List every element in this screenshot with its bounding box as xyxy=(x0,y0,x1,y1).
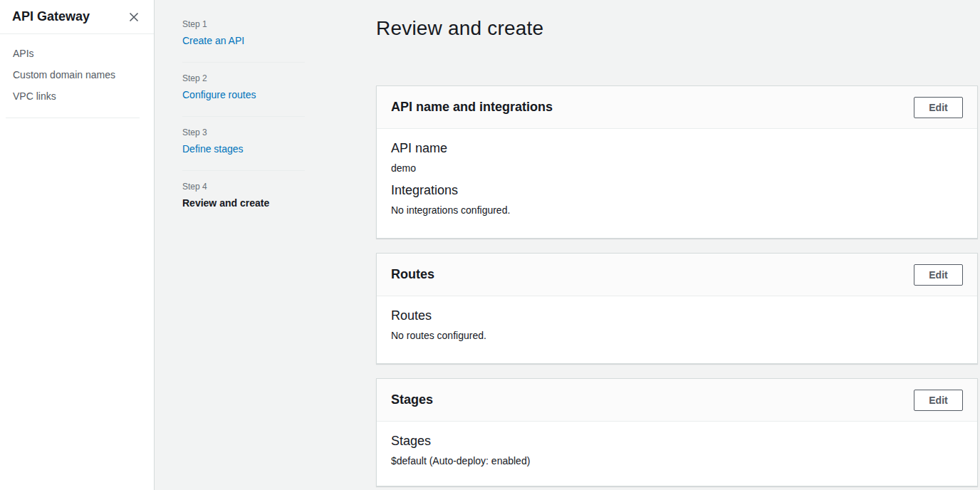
section-header: Routes Edit xyxy=(377,254,977,296)
section-api-name-and-integrations: API name and integrations Edit API name … xyxy=(376,85,978,239)
step-link-configure-routes[interactable]: Configure routes xyxy=(182,89,256,100)
field-value-stages: $default (Auto-deploy: enabled) xyxy=(391,455,963,466)
wizard-steps-nav: Step 1 Create an API Step 2 Configure ro… xyxy=(182,19,305,224)
section-title: Stages xyxy=(391,392,433,407)
field-label-integrations: Integrations xyxy=(391,183,963,198)
step-current-review-and-create: Review and create xyxy=(182,197,269,209)
step-link-define-stages[interactable]: Define stages xyxy=(182,143,244,155)
wizard-step-3: Step 3 Define stages xyxy=(182,117,305,171)
field-value-integrations: No integrations configured. xyxy=(391,204,963,216)
section-body: API name demo Integrations No integratio… xyxy=(377,129,977,228)
sidebar-item-vpc-links[interactable]: VPC links xyxy=(0,85,154,107)
sidebar-header: API Gateway xyxy=(0,0,154,34)
section-title: API name and integrations xyxy=(391,100,553,115)
section-body: Routes No routes configured. xyxy=(377,296,977,353)
api-gateway-create-wizard-page: API Gateway APIs Custom domain names VPC… xyxy=(0,0,980,490)
step-number: Step 4 xyxy=(182,182,305,192)
section-header: Stages Edit xyxy=(377,379,977,422)
section-header: API name and integrations Edit xyxy=(377,86,977,129)
close-icon xyxy=(128,11,140,23)
wizard-step-1: Step 1 Create an API xyxy=(182,19,305,63)
edit-api-name-and-integrations-button[interactable]: Edit xyxy=(914,97,963,118)
page-title: Review and create xyxy=(376,17,543,40)
field-label-stages: Stages xyxy=(391,434,963,449)
wizard-step-4: Step 4 Review and create xyxy=(182,171,305,224)
section-stages: Stages Edit Stages $default (Auto-deploy… xyxy=(376,378,978,486)
sidebar-divider xyxy=(6,118,140,118)
sidebar-item-apis[interactable]: APIs xyxy=(0,43,154,64)
field-label-routes: Routes xyxy=(391,308,963,323)
field-value-api-name: demo xyxy=(391,162,963,174)
sidebar-nav: APIs Custom domain names VPC links xyxy=(0,34,154,107)
section-routes: Routes Edit Routes No routes configured. xyxy=(376,253,978,364)
step-number: Step 2 xyxy=(182,73,305,83)
section-title: Routes xyxy=(391,267,434,282)
wizard-step-2: Step 2 Configure routes xyxy=(182,63,305,117)
service-sidebar: API Gateway APIs Custom domain names VPC… xyxy=(0,0,155,490)
field-label-api-name: API name xyxy=(391,141,963,156)
sidebar-title: API Gateway xyxy=(12,9,90,24)
field-value-routes: No routes configured. xyxy=(391,330,963,341)
section-body: Stages $default (Auto-deploy: enabled) xyxy=(377,422,977,479)
edit-routes-button[interactable]: Edit xyxy=(914,264,963,286)
sidebar-item-custom-domain-names[interactable]: Custom domain names xyxy=(0,64,154,85)
edit-stages-button[interactable]: Edit xyxy=(914,390,963,411)
step-number: Step 3 xyxy=(182,127,305,137)
step-number: Step 1 xyxy=(182,19,305,29)
step-link-create-an-api[interactable]: Create an API xyxy=(182,35,244,46)
sidebar-close-button[interactable] xyxy=(127,10,141,24)
